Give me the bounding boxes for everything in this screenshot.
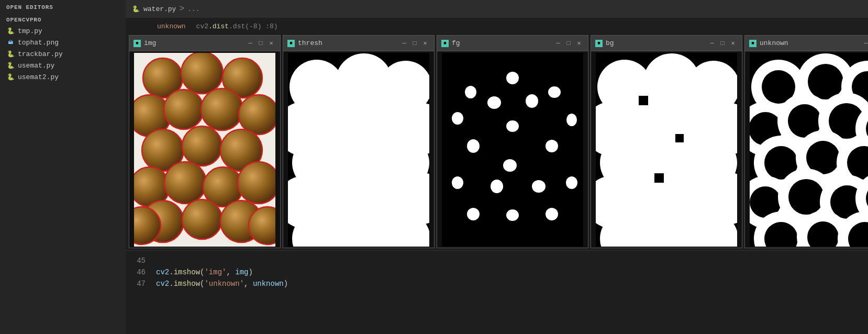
cv-window-bg-icon: ■ [595,40,603,47]
close-button[interactable]: ✕ [266,39,276,48]
open-editors-label: OPEN EDITORS [0,0,126,13]
minimize-button[interactable]: — [707,39,717,48]
close-button[interactable]: ✕ [574,39,584,48]
code-imshow-2: imshow [174,280,200,288]
svg-point-49 [532,180,546,193]
python-icon: 🐍 [6,61,15,70]
close-button[interactable]: ✕ [420,39,430,48]
minimize-button[interactable]: — [246,39,255,48]
minimize-button[interactable]: — [399,39,409,48]
cv-window-fg-title: fg [452,39,552,47]
sidebar: OPEN EDITORS OPENCVPRO 🐍 tmp.py 🏔 tophat… [0,0,126,334]
svg-point-38 [548,86,561,98]
sidebar-item-label: trackbar.py [18,50,63,58]
svg-point-37 [465,86,476,98]
cv-window-img: ■ img — □ ✕ [129,35,281,248]
cv-window-unknown-content [745,51,868,248]
code-dot-2: . [169,280,173,288]
partial-cv2-text: cv2 [196,23,208,30]
cv-window-img-title: img [144,39,244,47]
code-var-unknown: unknown [253,280,284,288]
python-icon: 🐍 [6,27,15,35]
code-lines: cv2.imshow('img', img) cv2.imshow('unkno… [152,251,868,334]
svg-point-36 [506,72,519,84]
line-number-46: 46 [126,266,146,278]
maximize-button[interactable]: □ [564,39,573,48]
topbar-breadcrumb: ... [187,5,199,13]
svg-point-13 [238,162,275,204]
fg-image [442,53,583,247]
topbar-filename: water.py [143,5,176,13]
svg-point-11 [164,162,206,204]
unknown-image [750,53,868,247]
image-icon: 🏔 [6,38,15,47]
sidebar-item-usemat2-py[interactable]: 🐍 usemat2.py [0,71,126,83]
svg-point-50 [566,176,577,189]
coins-image [134,53,275,247]
cv-window-bg-title: bg [606,39,706,47]
svg-point-48 [491,180,503,193]
sidebar-item-label: tophat.png [18,39,59,47]
code-cv2-1: cv2 [156,268,169,276]
sidebar-item-tmp-py[interactable]: 🐍 tmp.py [0,25,126,37]
maximize-button[interactable]: □ [410,39,419,48]
svg-point-39 [487,96,501,109]
main-area: 🐍 water.py > ... unknown cv2 .dist .dst(… [126,0,868,334]
cv-window-unknown-title: unknown [760,39,860,47]
python-icon: 🐍 [6,50,15,58]
topbar-separator: > [179,4,184,14]
svg-point-1 [181,53,223,94]
close-button[interactable]: ✕ [728,39,738,48]
code-paren-close-1: ) [249,268,253,276]
sidebar-item-trackbar-py[interactable]: 🐍 trackbar.py [0,48,126,60]
cv-window-unknown: ■ unknown — □ ✕ [744,35,868,248]
svg-point-46 [503,159,517,172]
bg-image [596,53,737,247]
svg-point-4 [164,90,204,129]
minimize-button[interactable]: — [861,39,868,48]
svg-point-47 [452,176,463,189]
sidebar-item-label: tmp.py [18,27,42,35]
sidebar-item-label: usemat2.py [18,73,59,81]
cv-window-fg: ■ fg — □ ✕ [437,35,588,248]
svg-point-44 [467,139,480,153]
maximize-button[interactable]: □ [256,39,265,48]
thresh-image [288,53,429,247]
topbar: 🐍 water.py > ... [126,0,868,18]
code-line-47: cv2.imshow('unknown', unknown) [156,278,868,290]
code-line-45 [156,255,868,266]
cv-window-thresh-icon: ■ [287,40,295,47]
cv-window-bg-titlebar: ■ bg — □ ✕ [591,36,742,51]
cv-window-fg-content [437,51,588,248]
code-cv2-2: cv2 [156,280,169,288]
sidebar-item-label: usemat.py [18,62,54,70]
cv-window-fg-titlebar: ■ fg — □ ✕ [437,36,588,51]
code-paren-close-2: ) [284,280,288,288]
line-number-47: 47 [126,278,146,290]
svg-rect-71 [639,96,648,105]
file-icon: 🐍 [132,5,140,13]
python-icon: 🐍 [6,73,15,81]
svg-point-51 [467,208,480,220]
code-dot-1: . [169,268,173,276]
cv-window-img-titlebar: ■ img — □ ✕ [129,36,280,51]
svg-point-53 [546,208,558,220]
partial-code-line: unknown cv2 .dist .dst(-8) :8) [126,18,868,33]
sidebar-item-usemat-py[interactable]: 🐍 usemat.py [0,60,126,71]
svg-rect-72 [675,134,684,142]
cv-window-img-icon: ■ [133,40,141,47]
maximize-button[interactable]: □ [718,39,727,48]
sidebar-item-tophat-png[interactable]: 🏔 tophat.png [0,37,126,48]
minimize-button[interactable]: — [553,39,563,48]
line-numbers: 45 46 47 [126,251,152,334]
svg-rect-73 [654,173,664,183]
cv-window-unknown-icon: ■ [749,40,756,47]
code-area: 45 46 47 cv2.imshow('img', img) cv2.imsh… [126,250,868,334]
cv-window-unknown-titlebar: ■ unknown — □ ✕ [745,36,868,51]
code-str-unknown: 'unknown' [204,280,244,288]
svg-point-43 [506,120,519,132]
svg-point-6 [239,95,275,135]
partial-params-text: .dst(-8) :8) [229,23,278,30]
svg-point-42 [566,114,577,126]
code-line-46: cv2.imshow('img', img) [156,266,868,278]
